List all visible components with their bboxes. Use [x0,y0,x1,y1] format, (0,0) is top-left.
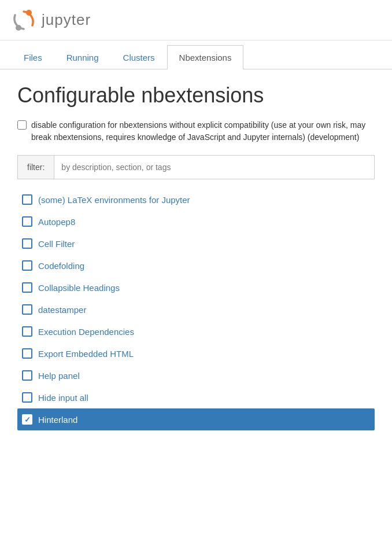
page-title: Configurable nbextensions [17,83,375,108]
filter-input[interactable] [54,156,374,179]
ext-checkbox-execution [22,326,32,337]
tab-clusters[interactable]: Clusters [111,45,167,69]
ext-checkbox-autopep8 [22,216,32,227]
list-item[interactable]: Hide input all [17,386,375,408]
extension-list: (some) LaTeX environments for Jupyter Au… [17,189,375,430]
logo-text: jupyter [42,11,91,29]
logo: jupyter [12,8,91,32]
filter-row: filter: [17,155,375,179]
ext-name: datestamper [38,305,86,315]
ext-name-hinterland: Hinterland [38,415,77,425]
list-item[interactable]: datestamper [17,299,375,320]
ext-name: Export Embedded HTML [38,349,134,359]
ext-checkbox-export [22,348,32,359]
filter-label: filter: [18,156,54,179]
ext-name: Collapsible Headings [38,283,120,293]
disable-config-checkbox[interactable] [17,120,27,130]
list-item[interactable]: Cell Filter [17,233,375,255]
ext-checkbox-hinterland [22,414,32,425]
ext-name: Hide input all [38,393,88,403]
ext-name: (some) LaTeX environments for Jupyter [38,195,190,205]
ext-name: Execution Dependencies [38,327,134,337]
tabs-container: Files Running Clusters Nbextensions [0,45,392,69]
tab-files[interactable]: Files [12,45,54,69]
disable-config-text: disable configuration for nbextensions w… [31,119,375,143]
ext-checkbox-latex [22,194,32,205]
disable-config-row: disable configuration for nbextensions w… [17,119,375,143]
ext-name: Help panel [38,371,80,381]
list-item[interactable]: Help panel [17,364,375,386]
ext-checkbox-datestamper [22,304,32,315]
list-item[interactable]: Execution Dependencies [17,320,375,342]
list-item[interactable]: (some) LaTeX environments for Jupyter [17,189,375,211]
ext-checkbox-help [22,370,32,381]
ext-name: Autopep8 [38,217,75,227]
tab-nbextensions[interactable]: Nbextensions [167,45,244,69]
jupyter-logo-icon [12,8,36,32]
list-item[interactable]: Collapsible Headings [17,277,375,299]
header: jupyter [0,0,392,40]
ext-name: Codefolding [38,261,84,271]
tab-running[interactable]: Running [54,45,111,69]
list-item-hinterland[interactable]: Hinterland [17,408,375,430]
ext-checkbox-collapsible [22,282,32,293]
ext-name: Cell Filter [38,239,75,249]
ext-checkbox-cell-filter [22,238,32,249]
ext-checkbox-codefolding [22,260,32,271]
list-item[interactable]: Autopep8 [17,211,375,233]
main-content: Configurable nbextensions disable config… [0,69,392,444]
list-item[interactable]: Codefolding [17,255,375,277]
ext-checkbox-hide-input [22,392,32,403]
list-item[interactable]: Export Embedded HTML [17,342,375,364]
